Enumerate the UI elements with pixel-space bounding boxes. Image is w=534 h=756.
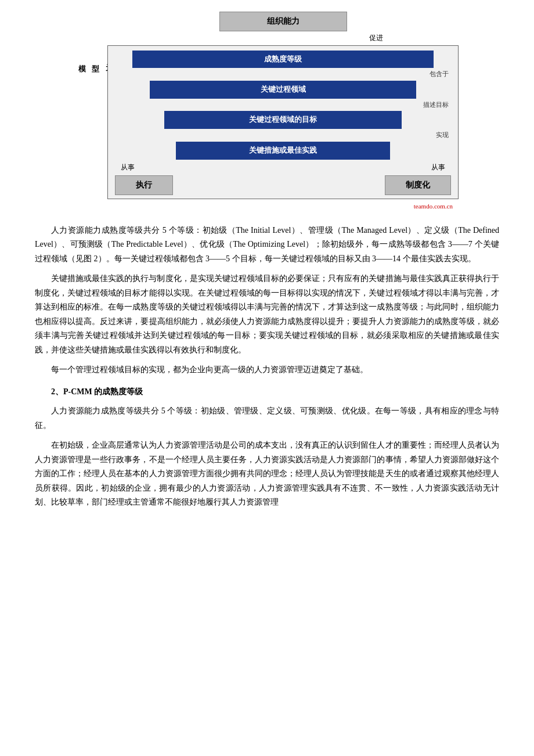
institutionalize-box: 制度化 (385, 175, 451, 195)
describe-label: 描述目标 (115, 100, 451, 110)
top-box: 组织能力 (219, 12, 347, 31)
paragraph-1: 人力资源能力成熟度等级共分 5 个等级：初始级（The Initial Leve… (35, 224, 499, 267)
from-left-label: 从事 (121, 162, 135, 173)
key-process-goal-bar: 关键过程领域的目标 (164, 111, 402, 129)
contains-label: 包含于 (115, 69, 451, 80)
maturity-level-bar: 成熟度等级 (132, 51, 434, 69)
watermark: teamdo.com.cn (107, 201, 453, 212)
promote-label: 促进 (107, 33, 459, 44)
bottom-boxes-row: 执行 制度化 (115, 175, 451, 195)
from-labels-row: 从事 从事 (115, 162, 451, 173)
diagram-frame: 成熟度等级 包含于 关键过程领域 描述目标 关键过程领域的目标 实现 关键措施或… (107, 45, 459, 200)
from-right-label: 从事 (431, 162, 445, 173)
key-process-bar: 关键过程领域 (150, 81, 416, 99)
paragraph-5: 在初始级，企业高层通常认为人力资源管理活动是公司的成本支出，没有真正的认识到留住… (35, 438, 499, 510)
execute-box: 执行 (115, 175, 173, 195)
diagram-section: 模型元素 组织能力 促进 成熟度等级 包含于 关键过程领域 描述目标 关键过程领… (75, 12, 459, 212)
paragraph-3: 每一个管理过程领域目标的实现，都为企业向更高一级的人力资源管理迈进奠定了基础。 (35, 363, 499, 377)
key-measures-bar: 关键措施或最佳实践 (176, 142, 390, 160)
paragraph-4: 人力资源能力成熟度等级共分 5 个等级：初始级、管理级、定义级、可预测级、优化级… (35, 404, 499, 433)
paragraph-2: 关键措施或最佳实践的执行与制度化，是实现关键过程领域目标的必要保证；只有应有的关… (35, 272, 499, 357)
section-title-pcmm: 2、P-CMM 的成熟度等级 (35, 386, 499, 398)
realize-label: 实现 (115, 130, 451, 141)
